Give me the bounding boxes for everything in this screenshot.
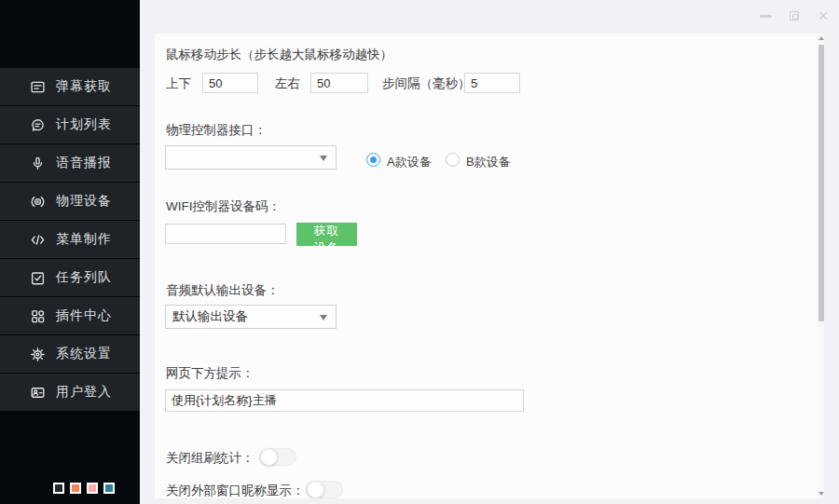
sidebar-item-label: 菜单制作	[56, 231, 112, 248]
theme-color-swatches	[53, 483, 115, 494]
step-interval-label: 步间隔（毫秒）	[382, 75, 471, 92]
maximize-button[interactable]	[788, 9, 801, 22]
audio-output-label: 音频默认输出设备：	[166, 282, 280, 299]
sidebar-item-label: 语音播报	[56, 155, 112, 171]
step-interval-input[interactable]	[464, 73, 520, 93]
toggle-knob	[260, 448, 278, 466]
controller-port-label: 物理控制器接口：	[166, 122, 267, 139]
physical-device-icon	[30, 194, 46, 210]
wifi-device-code-label: WIFI控制器设备码：	[166, 198, 281, 215]
close-group-stats-label: 关闭组刷统计：	[166, 450, 254, 467]
device-b-radio[interactable]	[446, 153, 460, 167]
sidebar-item-label: 用户登入	[56, 384, 112, 401]
toggle-knob	[307, 481, 324, 498]
theme-swatch-orange[interactable]	[70, 483, 81, 494]
scrollbar-track[interactable]	[818, 34, 824, 498]
settings-panel: 鼠标移动步长（步长越大鼠标移动越快） 上下 左右 步间隔（毫秒） 物理控制器接口…	[155, 34, 818, 498]
web-tip-label: 网页下方提示：	[166, 365, 254, 382]
audio-output-select[interactable]: 默认输出设备	[165, 305, 337, 329]
theme-swatch-dark[interactable]	[53, 483, 64, 494]
controller-port-select[interactable]	[165, 145, 337, 170]
sidebar-item-physical-device[interactable]: 物理设备	[0, 183, 140, 220]
voice-broadcast-icon	[30, 156, 46, 171]
get-device-button[interactable]: 获取设备	[296, 223, 357, 246]
sidebar-item-label: 任务列队	[56, 269, 112, 286]
close-external-nickname-toggle[interactable]	[306, 481, 343, 498]
web-tip-input[interactable]	[165, 389, 524, 412]
scroll-down-icon[interactable]	[818, 492, 824, 496]
leftright-input[interactable]	[310, 73, 368, 93]
close-external-nickname-label: 关闭外部窗口昵称显示：	[166, 483, 305, 498]
sidebar-item-menu-maker[interactable]: 菜单制作	[0, 221, 140, 258]
close-button[interactable]: ✕	[817, 9, 830, 22]
user-login-icon	[30, 385, 46, 401]
window-controls: ✕	[759, 7, 830, 24]
sidebar-item-task-queue[interactable]: 任务列队	[0, 259, 140, 296]
updown-label: 上下	[166, 75, 191, 92]
theme-swatch-teal[interactable]	[103, 483, 115, 494]
sidebar: 弹幕获取 计划列表 语音播报 物理设备 菜单制作	[0, 0, 140, 504]
sidebar-item-label: 弹幕获取	[56, 78, 112, 95]
maximize-icon	[790, 11, 799, 20]
theme-swatch-pink[interactable]	[87, 483, 98, 494]
sidebar-item-label: 物理设备	[56, 193, 112, 210]
sidebar-item-voice[interactable]: 语音播报	[0, 144, 140, 182]
system-settings-icon	[30, 347, 46, 362]
sidebar-item-danmaku[interactable]: 弹幕获取	[0, 68, 140, 105]
sidebar-item-label: 插件中心	[56, 307, 112, 324]
danmaku-icon	[30, 79, 46, 95]
wifi-device-code-input[interactable]	[165, 224, 286, 244]
audio-output-value: 默认输出设备	[172, 308, 248, 325]
device-a-radio-label[interactable]: A款设备	[387, 154, 432, 170]
device-b-radio-label[interactable]: B款设备	[466, 154, 511, 170]
sidebar-item-user-login[interactable]: 用户登入	[0, 374, 140, 411]
chevron-down-icon	[320, 156, 327, 161]
scroll-up-icon[interactable]	[818, 36, 824, 40]
sidebar-item-system-settings[interactable]: 系统设置	[0, 335, 140, 373]
mouse-step-title: 鼠标移动步长（步长越大鼠标移动越快）	[166, 47, 392, 63]
close-group-stats-toggle[interactable]	[259, 448, 296, 466]
sidebar-item-label: 计划列表	[56, 116, 112, 133]
task-queue-icon	[30, 270, 46, 286]
minimize-button[interactable]	[759, 9, 772, 22]
menu-maker-icon	[30, 232, 46, 248]
sidebar-item-label: 系统设置	[56, 346, 112, 362]
minimize-icon	[760, 15, 772, 18]
sidebar-item-plugin-center[interactable]: 插件中心	[0, 297, 140, 334]
updown-input[interactable]	[202, 73, 258, 93]
device-a-radio[interactable]	[366, 153, 380, 167]
scrollbar-thumb[interactable]	[818, 45, 824, 321]
sidebar-item-plan-list[interactable]: 计划列表	[0, 106, 140, 143]
plugin-center-icon	[30, 308, 46, 324]
sidebar-nav: 弹幕获取 计划列表 语音播报 物理设备 菜单制作	[0, 68, 140, 412]
leftright-label: 左右	[275, 75, 300, 92]
chevron-down-icon	[320, 315, 327, 320]
plan-list-icon	[30, 117, 46, 133]
